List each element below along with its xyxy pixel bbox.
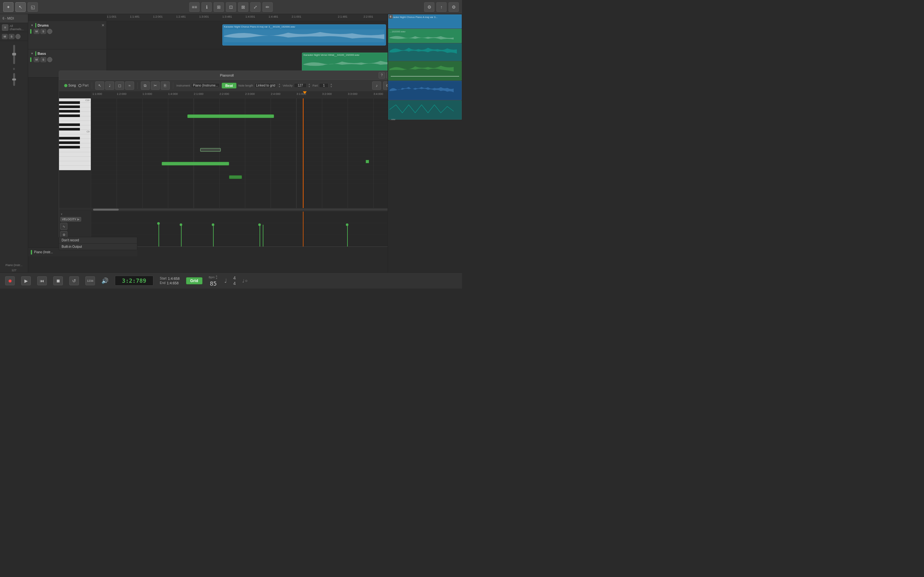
drums-collapse[interactable]: ▼ [30, 23, 34, 27]
vel-dot-3[interactable] [212, 223, 214, 226]
tool-crosshair[interactable]: ✦ [3, 2, 13, 12]
tool-pen[interactable]: ✏ [262, 2, 273, 12]
drums-clip-1[interactable]: Karaoke Night Chorus Piano A maj var 3__… [222, 24, 386, 45]
key-eb-black[interactable] [59, 123, 80, 126]
key-e2-white[interactable] [59, 152, 91, 157]
track-icon-btn[interactable]: ≡ [2, 24, 8, 31]
key-gb-black[interactable] [59, 114, 80, 117]
pr-cut-tool[interactable]: ✂ [151, 81, 160, 90]
key-db-black[interactable] [59, 128, 80, 131]
speaker-btn[interactable]: 🔊 [102, 277, 108, 284]
tool-select[interactable]: ↖ [15, 2, 26, 12]
master-mute-btn[interactable]: M [2, 34, 8, 39]
pr-note-selected[interactable] [200, 148, 221, 152]
time-sig-bottom[interactable]: 4 [233, 281, 236, 286]
tool-grid[interactable]: ≡≡ [189, 2, 200, 12]
right-clip-5[interactable] [388, 81, 462, 100]
key-c8-white[interactable] [59, 161, 91, 166]
midi-btn[interactable]: ♩ ⊙ [242, 278, 248, 284]
bass-collapse[interactable]: ▼ [30, 52, 34, 55]
pr-score-btn[interactable]: ♪ [372, 81, 381, 90]
pr-erase-tool[interactable]: ◻ [115, 81, 124, 90]
right-clip-3[interactable] [388, 43, 462, 61]
count-btn[interactable]: 1234 [86, 276, 95, 285]
key-ab2-black[interactable] [59, 141, 80, 144]
pr-note-2[interactable] [162, 162, 229, 165]
pr-paste-tool[interactable]: ⎘ [161, 81, 170, 90]
pr-hscrollbar[interactable] [93, 209, 388, 211]
pr-glue-tool[interactable]: ≈ [125, 81, 134, 90]
pr-select-tool[interactable]: ↖ [95, 81, 104, 90]
tool-draw[interactable]: ◱ [27, 2, 38, 12]
tool-settings-right[interactable]: ⚙ [424, 2, 435, 12]
bass-solo-btn[interactable]: S [40, 57, 46, 62]
dont-record-item[interactable]: Don't record [59, 237, 137, 243]
bpm-value[interactable]: 85 [210, 280, 217, 287]
tool-expand[interactable]: ⤢ [250, 2, 260, 12]
velocity-value[interactable]: 127 [294, 83, 307, 88]
key-b3-white[interactable] [59, 166, 91, 170]
vel-dot-4[interactable] [258, 223, 261, 226]
drums-solo-btn[interactable]: S [40, 29, 46, 34]
tool-prefs[interactable]: ⚙ [449, 2, 459, 12]
pr-help-btn[interactable]: ? [379, 72, 385, 79]
pr-note-tool[interactable]: ♩ [105, 81, 114, 90]
tool-keys[interactable]: ⊡ [226, 2, 236, 12]
part-radio[interactable] [78, 84, 81, 87]
time-sig-top[interactable]: 4 [233, 276, 236, 281]
vel-icon-1[interactable]: ∿ [60, 223, 67, 230]
note-length-down[interactable]: ▼ [278, 85, 281, 88]
metronome-btn[interactable]: ♩ [224, 277, 227, 284]
grid-btn[interactable]: Grid [186, 277, 202, 284]
key-c9-white[interactable]: C9 [59, 130, 91, 134]
song-radio[interactable] [64, 84, 67, 87]
key-bb-black[interactable] [59, 105, 80, 108]
pr-grid[interactable] [91, 98, 388, 208]
stop-btn[interactable]: ⏹ [53, 276, 63, 285]
part-value[interactable]: 1 [319, 83, 328, 88]
tool-export[interactable]: ↑ [436, 2, 447, 12]
key-f2-white[interactable] [59, 148, 91, 152]
master-solo-btn[interactable]: S [9, 34, 15, 39]
right-clip-6[interactable]: ...wav [388, 100, 462, 119]
key-f-white[interactable] [59, 116, 91, 121]
note-length-value[interactable]: Linked to grid [254, 83, 277, 88]
beat-btn[interactable]: Beat [222, 83, 236, 89]
pr-close-btn[interactable]: ✕ [386, 72, 388, 79]
vel-dot-1[interactable] [157, 222, 160, 225]
pan-thumb[interactable] [12, 79, 16, 81]
key-ab-black[interactable] [59, 110, 80, 113]
tool-blocks[interactable]: ⊞ [214, 2, 224, 12]
bpm-down[interactable]: ▼ [215, 277, 218, 280]
tool-info[interactable]: ℹ [202, 2, 212, 12]
pr-settings-btn[interactable]: ⚙ [383, 81, 388, 90]
play-btn[interactable]: ▶ [21, 276, 31, 285]
vel-dot-2[interactable] [180, 223, 182, 226]
drums-close-btn[interactable]: ✕ [102, 23, 105, 27]
tool-view[interactable]: ⊠ [238, 2, 248, 12]
loop-btn[interactable]: ↺ [69, 276, 79, 285]
bass-record-btn[interactable] [47, 57, 52, 62]
vel-dot-5[interactable] [346, 223, 349, 226]
instrument-value[interactable]: Piano (Instrume... [191, 83, 220, 88]
master-record-btn[interactable] [15, 34, 21, 39]
rewind-btn[interactable]: ⏮ [37, 276, 47, 285]
fader-thumb[interactable] [12, 53, 16, 55]
drums-record-btn[interactable] [47, 29, 52, 34]
master-volume-fader[interactable] [13, 45, 15, 64]
hscroll-thumb[interactable] [93, 209, 119, 211]
key-b9-black[interactable] [59, 101, 80, 104]
builtin-output-item[interactable]: Built-in Output [59, 243, 137, 250]
pr-note-handle[interactable] [366, 160, 369, 163]
key-gb2-black[interactable] [59, 146, 80, 148]
start-value[interactable]: 1:4:658 [168, 277, 180, 280]
velocity-down[interactable]: ▼ [308, 85, 310, 88]
part-down[interactable]: ▼ [330, 85, 333, 88]
right-clip-1[interactable]: Karaoke Night Chorus Piano A maj var 3..… [388, 15, 462, 29]
right-clip-4[interactable] [388, 61, 462, 81]
right-clip-2[interactable]: ...192000.wav [388, 29, 462, 43]
bass-mute-btn[interactable]: M [34, 57, 39, 62]
record-btn[interactable]: ⏺ [5, 276, 15, 285]
key-d2-white[interactable] [59, 157, 91, 161]
pr-copy-tool[interactable]: ⧉ [141, 81, 150, 90]
